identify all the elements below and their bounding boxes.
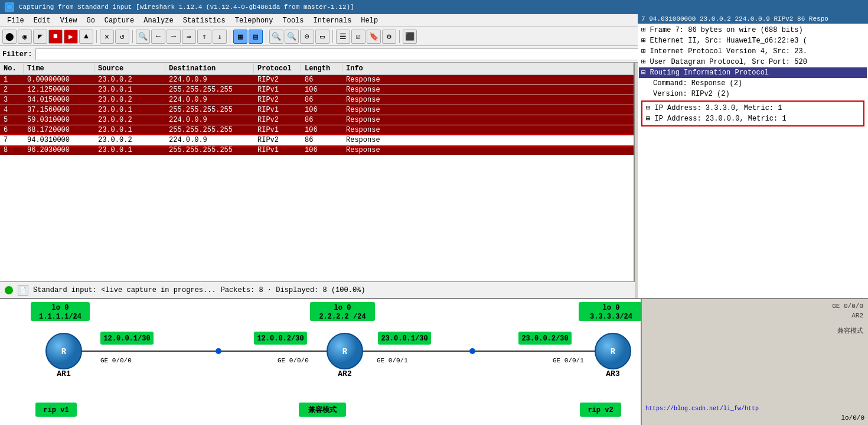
tb-extra-btn[interactable]: ⬛ xyxy=(403,30,417,44)
tb-filter1-btn[interactable]: ☰ xyxy=(336,30,350,44)
tb-first-btn[interactable]: ⇑ xyxy=(197,30,211,44)
tb-zoom-rect-btn[interactable]: ▭ xyxy=(315,30,329,44)
detail-row[interactable]: ⊞ Frame 7: 86 bytes on wire (688 bits) xyxy=(639,25,867,35)
table-row[interactable]: 212.125000023.0.0.1255.255.255.255RIPv11… xyxy=(0,85,634,95)
table-cell: Response xyxy=(342,85,634,95)
table-cell: 6 xyxy=(0,125,24,135)
info-lo3-text1: lo 0 xyxy=(603,304,620,312)
detail-row[interactable]: ⊞ IP Address: 23.0.0.0, Metric: 1 xyxy=(644,113,862,124)
table-cell: 224.0.0.9 xyxy=(165,115,254,125)
ar3-label: AR3 xyxy=(606,369,620,378)
capture-file-icon: 📄 xyxy=(18,285,28,296)
table-cell: RIPv1 xyxy=(254,145,301,155)
table-cell: Response xyxy=(342,135,634,145)
info-23001-text: 23.0.0.1/30 xyxy=(381,335,428,343)
menu-telephony[interactable]: Telephony xyxy=(230,15,278,26)
table-cell: 23.0.0.2 xyxy=(94,135,165,145)
rb-compat-label: 兼容模式 xyxy=(644,320,866,336)
menu-go[interactable]: Go xyxy=(81,15,99,26)
info-23002-text: 23.0.0.2/30 xyxy=(521,335,568,343)
tb-open-btn[interactable]: ◉ xyxy=(18,30,32,44)
tb-filter2-btn[interactable]: ☑ xyxy=(351,30,366,44)
table-cell: 255.255.255.255 xyxy=(165,85,254,95)
table-cell: 106 xyxy=(301,85,342,95)
ge-ar2-in: GE 0/0/0 xyxy=(278,357,309,364)
menu-analyze[interactable]: Analyze xyxy=(139,15,178,26)
tb-zoom-fit-btn[interactable]: ⊙ xyxy=(300,30,314,44)
table-cell: 23.0.0.1 xyxy=(94,85,165,95)
table-cell: Response xyxy=(342,125,634,135)
table-row[interactable]: 437.156000023.0.0.1255.255.255.255RIPv11… xyxy=(0,105,634,115)
table-row[interactable]: 10.0000000023.0.0.2224.0.0.9RIPv286Respo… xyxy=(0,75,634,85)
col-length: Length xyxy=(301,64,342,73)
tb-restart-btn[interactable]: ↺ xyxy=(115,30,129,44)
status-bar: 📄 Standard input: <live capture in progr… xyxy=(0,281,635,298)
menu-capture[interactable]: Capture xyxy=(100,15,139,26)
tb-settings-btn[interactable]: ⚙ xyxy=(382,30,396,44)
table-cell: 8 xyxy=(0,145,24,155)
rb-link: https://blog.csdn.net/li_fw/http xyxy=(644,404,866,413)
tb-view2-btn[interactable]: ▤ xyxy=(249,30,263,44)
table-row[interactable]: 896.203000023.0.0.1255.255.255.255RIPv11… xyxy=(0,145,634,155)
table-cell: Response xyxy=(342,95,634,105)
table-cell: RIPv2 xyxy=(254,95,301,105)
tb-search-btn[interactable]: 🔍 xyxy=(136,30,150,44)
tb-reload-btn[interactable]: ▶ xyxy=(64,30,78,44)
detail-row[interactable]: ⊟ Routing Information Protocol xyxy=(639,67,867,78)
packet-table: No. Time Source Destination Protocol Len… xyxy=(0,63,634,281)
ripv1-text: rip v1 xyxy=(43,406,68,414)
dot-ar2-ar3-mid xyxy=(469,348,475,354)
tb-go-btn[interactable]: ⇒ xyxy=(182,30,196,44)
tb-back-btn[interactable]: ← xyxy=(151,30,165,44)
table-cell: 5 xyxy=(0,115,24,125)
filter-input[interactable] xyxy=(35,48,690,60)
tb-filter3-btn[interactable]: 🔖 xyxy=(367,30,381,44)
table-cell: RIPv2 xyxy=(254,115,301,125)
table-cell: RIPv1 xyxy=(254,125,301,135)
table-row[interactable]: 559.031000023.0.0.2224.0.0.9RIPv286Respo… xyxy=(0,115,634,125)
tb-btn5[interactable]: ▲ xyxy=(79,30,93,44)
table-cell: Response xyxy=(342,145,634,155)
table-cell: 106 xyxy=(301,145,342,155)
info-lo1-text1: lo 0 xyxy=(52,304,69,312)
detail-row[interactable]: ⊞ Ethernet II, Src: HuaweiTe_d6:22:e3 ( xyxy=(639,35,867,46)
detail-row: Command: Response (2) xyxy=(639,78,867,89)
network-diagram: R AR1 R AR2 R AR3 lo 0 1.1.1.1/24 lo 0 2… xyxy=(0,298,641,425)
menu-help[interactable]: Help xyxy=(356,15,383,26)
tb-zoom-out-btn[interactable]: 🔍 xyxy=(269,30,283,44)
col-destination: Destination xyxy=(165,64,254,73)
table-cell: RIPv1 xyxy=(254,105,301,115)
table-row[interactable]: 794.031000023.0.0.2224.0.0.9RIPv286Respo… xyxy=(0,135,634,145)
tb-last-btn[interactable]: ⇓ xyxy=(213,30,227,44)
detail-row[interactable]: ⊞ User Datagram Protocol, Src Port: 520 xyxy=(639,57,867,67)
tb-sep4 xyxy=(266,30,266,43)
table-cell: 94.0310000 xyxy=(24,135,94,145)
table-cell: 86 xyxy=(301,75,342,85)
menu-edit[interactable]: Edit xyxy=(29,15,56,26)
ar2-r-label: R xyxy=(342,347,348,356)
tb-view1-btn[interactable]: ▦ xyxy=(233,30,247,44)
menu-tools[interactable]: Tools xyxy=(278,15,309,26)
tb-fwd-btn[interactable]: → xyxy=(167,30,181,44)
detail-row[interactable]: ⊞ IP Address: 3.3.3.0, Metric: 1 xyxy=(644,103,862,113)
title-text: Capturing from Standard input [Wireshark… xyxy=(19,4,354,11)
tb-close-btn[interactable]: ◤ xyxy=(33,30,47,44)
detail-row[interactable]: ⊞ Internet Protocol Version 4, Src: 23. xyxy=(639,46,867,57)
tb-sep6 xyxy=(399,30,400,43)
table-row[interactable]: 668.172000023.0.0.1255.255.255.255RIPv11… xyxy=(0,125,634,135)
table-cell: 255.255.255.255 xyxy=(165,145,254,155)
menu-file[interactable]: File xyxy=(2,15,29,26)
tb-zoom-in-btn[interactable]: 🔍 xyxy=(285,30,299,44)
menu-view[interactable]: View xyxy=(56,15,82,26)
table-row[interactable]: 334.015000023.0.0.2224.0.0.9RIPv286Respo… xyxy=(0,95,634,105)
table-cell: 224.0.0.9 xyxy=(165,75,254,85)
tb-save-btn[interactable]: ■ xyxy=(48,30,63,44)
ar3-r-label: R xyxy=(611,347,616,356)
menu-internals[interactable]: Internals xyxy=(309,15,357,26)
tb-new-btn[interactable]: ⬤ xyxy=(2,30,17,44)
info-lo3-text2: 3.3.3.3/24 xyxy=(590,313,632,321)
detail-box: ⊞ IP Address: 3.3.3.0, Metric: 1⊞ IP Add… xyxy=(641,100,864,126)
col-source: Source xyxy=(94,64,165,73)
tb-del-btn[interactable]: ✕ xyxy=(100,30,114,44)
menu-statistics[interactable]: Statistics xyxy=(178,15,230,26)
